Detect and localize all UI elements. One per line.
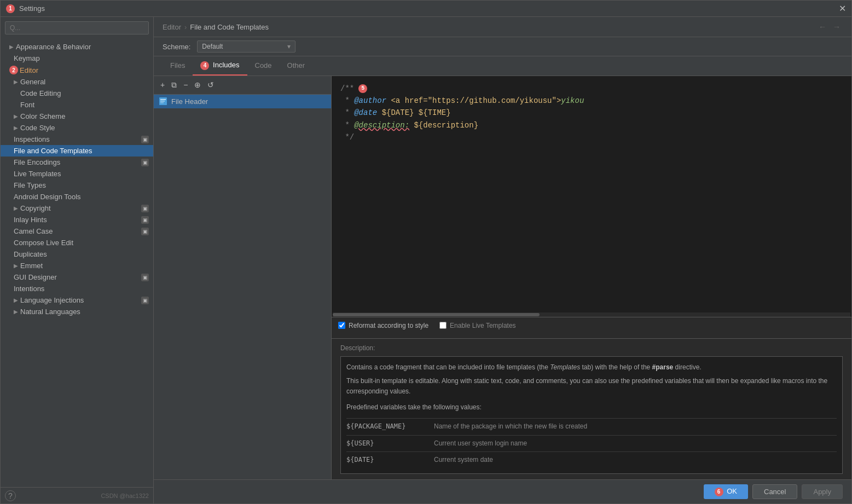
sidebar-item-gui-designer[interactable]: GUI Designer ▣ bbox=[1, 271, 153, 283]
desc-templates-word: Templates bbox=[550, 363, 580, 371]
var-desc: Current system date bbox=[434, 455, 837, 465]
sidebar-item-file-encodings[interactable]: File Encodings ▣ bbox=[1, 157, 153, 168]
sidebar-item-inspections[interactable]: Inspections ▣ bbox=[1, 134, 153, 145]
sidebar-item-label: File Types bbox=[14, 181, 46, 189]
breadcrumb-parent: Editor bbox=[163, 23, 181, 31]
sidebar-item-label: Code Style bbox=[20, 124, 55, 132]
sidebar-item-editor[interactable]: 2 Editor bbox=[1, 64, 153, 76]
sidebar-item-language-injections[interactable]: ▶ Language Injections ▣ bbox=[1, 294, 153, 306]
file-header-icon bbox=[159, 97, 167, 105]
list-panel: + ⧉ − ⊕ ↺ bbox=[154, 76, 332, 479]
sidebar-item-intentions[interactable]: Intentions bbox=[1, 283, 153, 294]
arrow-icon: ▶ bbox=[14, 205, 18, 211]
editor-options: Reformat according to style Enable Live … bbox=[332, 317, 851, 338]
sidebar-item-font[interactable]: Font bbox=[1, 99, 153, 111]
svg-rect-3 bbox=[160, 102, 164, 103]
sidebar-item-camel-case[interactable]: Camel Case ▣ bbox=[1, 225, 153, 237]
sidebar-item-duplicates[interactable]: Duplicates bbox=[1, 248, 153, 260]
sidebar-item-copyright[interactable]: ▶ Copyright ▣ bbox=[1, 202, 153, 214]
editor-scrollbar[interactable] bbox=[333, 312, 850, 317]
arrow-icon: ▶ bbox=[9, 44, 14, 50]
footer-brand: CSDN @hac1322 bbox=[101, 493, 149, 499]
var-name: ${USER} bbox=[346, 438, 434, 449]
code-line: * @author <a href="https://github.com/yi… bbox=[340, 95, 843, 107]
sidebar-item-appearance[interactable]: ▶ Appearance & Behavior bbox=[1, 41, 153, 53]
scheme-bar: Scheme: Default ▾ bbox=[154, 37, 851, 56]
apply-button[interactable]: Apply bbox=[802, 484, 843, 499]
ok-label: OK bbox=[727, 487, 737, 495]
sidebar-item-code-style[interactable]: ▶ Code Style bbox=[1, 122, 153, 134]
arrow-icon: ▶ bbox=[14, 309, 18, 315]
live-templates-checkbox-label[interactable]: Enable Live Templates bbox=[439, 322, 516, 329]
sidebar-item-label: Color Scheme bbox=[20, 112, 65, 120]
live-templates-checkbox[interactable] bbox=[439, 322, 447, 329]
sidebar-item-label: Inlay Hints bbox=[14, 216, 47, 224]
duplicate-template-button[interactable]: ⊕ bbox=[192, 79, 203, 91]
sidebar-item-label: GUI Designer bbox=[14, 273, 57, 281]
sidebar-item-keymap[interactable]: Keymap bbox=[1, 53, 153, 64]
add-template-button[interactable]: + bbox=[158, 79, 167, 91]
reset-template-button[interactable]: ↺ bbox=[205, 79, 216, 91]
sidebar-item-android-design[interactable]: Android Design Tools bbox=[1, 191, 153, 202]
tab-files[interactable]: Files bbox=[163, 57, 193, 75]
code-editor[interactable]: /**5 * @author <a href="https://github.c… bbox=[332, 76, 851, 312]
desc-predefined-label: Predefined variables take the following … bbox=[346, 402, 837, 413]
sidebar-item-label: Copyright bbox=[20, 204, 51, 212]
sidebar-item-label: Duplicates bbox=[14, 250, 47, 258]
var-desc: Name of the package in which the new fil… bbox=[434, 421, 837, 432]
tab-includes[interactable]: 4 Includes bbox=[193, 56, 247, 76]
tab-code-label: Code bbox=[255, 61, 272, 69]
tab-other[interactable]: Other bbox=[280, 57, 313, 75]
remove-template-button[interactable]: − bbox=[181, 79, 190, 91]
sidebar-item-emmet[interactable]: ▶ Emmet bbox=[1, 260, 153, 271]
tabs-bar: Files 4 Includes Code Other bbox=[154, 56, 851, 76]
code-line: * @desciption: ${description} bbox=[340, 119, 843, 131]
sidebar-item-label: File and Code Templates bbox=[14, 147, 92, 155]
ok-badge: 6 bbox=[715, 488, 723, 496]
reformat-label: Reformat according to style bbox=[349, 322, 428, 329]
var-name: ${DATE} bbox=[346, 455, 434, 465]
reformat-checkbox[interactable] bbox=[338, 322, 345, 329]
lang-injections-badge: ▣ bbox=[141, 297, 149, 304]
sidebar-item-file-types[interactable]: File Types bbox=[1, 179, 153, 191]
help-button[interactable]: ? bbox=[5, 490, 16, 501]
code-line: /**5 bbox=[340, 83, 843, 95]
checkbox-row: Reformat according to style Enable Live … bbox=[338, 322, 845, 329]
sidebar-item-file-code-templates[interactable]: File and Code Templates bbox=[1, 145, 153, 157]
search-box bbox=[5, 21, 149, 34]
sidebar-item-general[interactable]: ▶ General bbox=[1, 76, 153, 88]
svg-rect-2 bbox=[160, 101, 165, 102]
sidebar-item-label: Natural Languages bbox=[20, 308, 80, 316]
sidebar-item-label: Emmet bbox=[20, 262, 43, 270]
scheme-select[interactable]: Default ▾ bbox=[197, 40, 295, 53]
copy-template-button[interactable]: ⧉ bbox=[169, 79, 179, 91]
tab-code[interactable]: Code bbox=[247, 57, 280, 75]
reformat-checkbox-label[interactable]: Reformat according to style bbox=[338, 322, 428, 329]
code-line: * @date ${DATE} ${TIME} bbox=[340, 107, 843, 119]
editor-panel: /**5 * @author <a href="https://github.c… bbox=[332, 76, 851, 479]
sidebar-item-color-scheme[interactable]: ▶ Color Scheme bbox=[1, 111, 153, 122]
scheme-value: Default bbox=[202, 43, 223, 50]
sidebar-item-label: Code Editing bbox=[20, 89, 61, 97]
sidebar-item-compose-live[interactable]: Compose Live Edit bbox=[1, 237, 153, 248]
nav-forward-button[interactable]: → bbox=[831, 21, 843, 32]
close-button[interactable]: ✕ bbox=[839, 3, 846, 14]
settings-icon: 1 bbox=[6, 4, 15, 13]
table-row: ${USER} Current user system login name bbox=[346, 435, 837, 451]
sidebar-item-natural-languages[interactable]: ▶ Natural Languages bbox=[1, 306, 153, 317]
list-item[interactable]: File Header bbox=[154, 95, 331, 108]
desc-editable-note: This built-in template is editable. Alon… bbox=[346, 376, 837, 397]
sidebar-item-inlay-hints[interactable]: Inlay Hints ▣ bbox=[1, 214, 153, 225]
search-input[interactable] bbox=[5, 21, 149, 34]
nav-back-button[interactable]: ← bbox=[816, 21, 828, 32]
sidebar-item-code-editing[interactable]: Code Editing bbox=[1, 88, 153, 99]
sidebar: ▶ Appearance & Behavior Keymap 2 Editor … bbox=[1, 17, 154, 503]
cancel-button[interactable]: Cancel bbox=[752, 484, 797, 499]
sidebar-item-live-templates[interactable]: Live Templates bbox=[1, 168, 153, 179]
editor-badge: 2 bbox=[9, 66, 18, 74]
breadcrumb: Editor › File and Code Templates bbox=[163, 23, 816, 31]
desc-table: ${PACKAGE_NAME} Name of the package in w… bbox=[346, 418, 837, 468]
list-item-label: File Header bbox=[171, 97, 208, 106]
ok-button[interactable]: 6 OK bbox=[704, 484, 748, 499]
nav-arrows: ← → bbox=[816, 21, 843, 32]
